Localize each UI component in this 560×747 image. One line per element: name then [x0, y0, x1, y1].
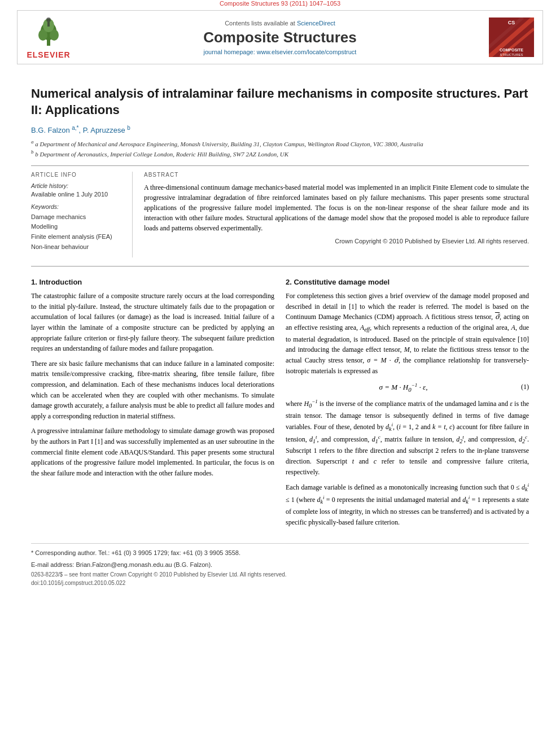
intro-column: 1. Introduction The catastrophic failure… [31, 278, 274, 532]
article-info-title: ARTICLE INFO [31, 172, 124, 178]
intro-heading: 1. Introduction [31, 278, 274, 286]
equation-number-1: (1) [521, 383, 529, 391]
svg-text:STRUCTURES: STRUCTURES [500, 53, 523, 56]
equation-1: σ = M · H0−1 · ε, [286, 382, 521, 392]
cs-logo-icon: COMPOSITE STRUCTURES CS [489, 18, 534, 57]
journal-ref-line: Composite Structures 93 (2011) 1047–1053 [0, 0, 560, 7]
divider-2 [31, 266, 529, 267]
constitutive-para-1: For completeness this section gives a br… [286, 291, 529, 376]
journal-title: Composite Structures [80, 29, 480, 46]
intro-para-3: A progressive intralaminar failure metho… [31, 426, 274, 478]
divider-1 [31, 165, 529, 166]
intro-para-2: There are six basic failure mechanisms t… [31, 359, 274, 422]
constitutive-column: 2. Constitutive damage model For complet… [286, 278, 529, 532]
email-note: E-mail address: Brian.Falzon@eng.monash.… [31, 560, 529, 570]
constitutive-para-2: where H0−1 is the inverse of the complia… [286, 398, 529, 477]
journal-homepage: journal homepage: www.elsevier.com/locat… [80, 49, 480, 55]
constitutive-para-3: Each damage variable is defined as a mon… [286, 482, 529, 527]
composite-structures-logo: COMPOSITE STRUCTURES CS [486, 18, 537, 57]
equation-1-block: σ = M · H0−1 · ε, (1) [286, 382, 529, 392]
available-online: Available online 1 July 2010 [31, 191, 124, 198]
affiliation-b: b b Department of Aeronautics, Imperial … [31, 148, 529, 159]
issn-line: 0263-8223/$ – see front matter Crown Cop… [31, 571, 529, 578]
article-content: Numerical analysis of intralaminar failu… [0, 64, 560, 597]
article-title: Numerical analysis of intralaminar failu… [31, 86, 529, 118]
keyword-2: Modelling [31, 222, 124, 232]
svg-text:COMPOSITE: COMPOSITE [500, 48, 523, 52]
svg-rect-6 [47, 22, 50, 27]
constitutive-heading: 2. Constitutive damage model [286, 278, 529, 286]
journal-header-box: ELSEVIER Contents lists available at Sci… [17, 10, 543, 64]
abstract-text: A three-dimensional continuum damage mec… [144, 182, 529, 233]
svg-text:CS: CS [508, 20, 515, 25]
abstract-col: ABSTRACT A three-dimensional continuum d… [144, 172, 529, 257]
sciencedirect-line: Contents lists available at ScienceDirec… [80, 20, 480, 27]
svg-point-5 [46, 18, 51, 22]
copyright-line: Crown Copyright © 2010 Published by Else… [144, 238, 529, 244]
corresponding-author-note: * Corresponding author. Tel.: +61 (0) 3 … [31, 548, 529, 558]
history-label: Article history: [31, 182, 124, 189]
elsevier-tree-icon [32, 15, 65, 49]
elsevier-logo: ELSEVIER [23, 15, 74, 59]
intro-para-1: The catastrophic failure of a composite … [31, 291, 274, 354]
keyword-3: Finite element analysis (FEA) [31, 232, 124, 242]
doi-line: doi:10.1016/j.compstruct.2010.05.022 [31, 580, 529, 586]
article-footer: * Corresponding author. Tel.: +61 (0) 3 … [31, 543, 529, 586]
keywords-section: Keywords: Damage mechanics Modelling Fin… [31, 203, 124, 252]
page: Composite Structures 93 (2011) 1047–1053… [0, 0, 560, 747]
keywords-label: Keywords: [31, 203, 124, 210]
article-info-col: ARTICLE INFO Article history: Available … [31, 172, 133, 257]
abstract-title: ABSTRACT [144, 172, 529, 178]
journal-header-center: Contents lists available at ScienceDirec… [80, 20, 480, 55]
authors-line: B.G. Falzon a,*, P. Apruzzese b [31, 125, 529, 134]
keyword-4: Non-linear behaviour [31, 242, 124, 252]
affiliations: a a Department of Mechanical and Aerospa… [31, 138, 529, 159]
history-section: Article history: Available online 1 July… [31, 182, 124, 198]
elsevier-label: ELSEVIER [27, 50, 70, 59]
affiliation-a: a a Department of Mechanical and Aerospa… [31, 138, 529, 148]
sciencedirect-link[interactable]: ScienceDirect [297, 20, 335, 27]
article-info-abstract: ARTICLE INFO Article history: Available … [31, 172, 529, 257]
body-columns: 1. Introduction The catastrophic failure… [31, 278, 529, 532]
keyword-1: Damage mechanics [31, 212, 124, 222]
